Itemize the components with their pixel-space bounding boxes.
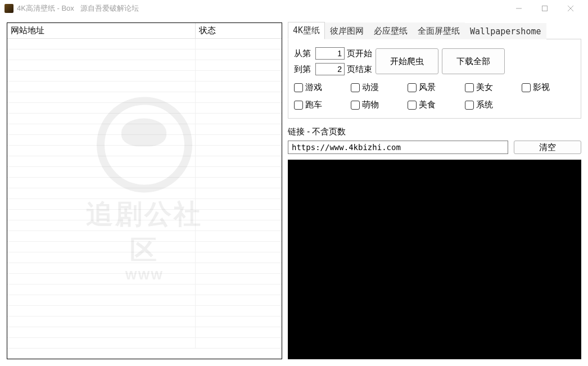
table-row[interactable] — [7, 199, 282, 210]
table-row[interactable] — [7, 135, 282, 146]
tab-4k[interactable]: 4K壁纸 — [288, 22, 325, 39]
check-beauty[interactable]: 美女 — [465, 82, 518, 93]
from-page-input[interactable] — [315, 47, 345, 60]
tab-bian[interactable]: 彼岸图网 — [325, 22, 369, 39]
table-row[interactable] — [7, 114, 282, 124]
check-anime[interactable]: 动漫 — [351, 82, 404, 93]
table-row[interactable] — [7, 284, 282, 295]
table-row[interactable] — [7, 274, 282, 284]
url-input[interactable] — [288, 141, 508, 154]
table-row[interactable] — [7, 220, 282, 231]
window-controls — [506, 0, 584, 17]
table-row[interactable] — [7, 71, 282, 82]
check-car[interactable]: 跑车 — [294, 100, 347, 110]
checkbox-game[interactable] — [294, 83, 303, 92]
table-row[interactable] — [7, 327, 282, 338]
table-row[interactable] — [7, 156, 282, 167]
maximize-button[interactable] — [532, 0, 558, 17]
table-header: 网站地址 状态 — [7, 23, 282, 39]
table-row[interactable] — [7, 39, 282, 49]
from-suffix: 页开始 — [347, 48, 372, 59]
tab-bar: 4K壁纸 彼岸图网 必应壁纸 全面屏壁纸 Wallpapershome — [288, 22, 581, 39]
table-row[interactable] — [7, 317, 282, 327]
checkbox-movie[interactable] — [522, 83, 531, 92]
checkbox-beauty[interactable] — [465, 83, 474, 92]
tab-bing[interactable]: 必应壁纸 — [369, 22, 413, 39]
page-range-row: 从第 页开始 到第 页结束 开始爬虫 下载全部 — [294, 47, 575, 75]
checkbox-food[interactable] — [408, 101, 417, 110]
svg-rect-1 — [542, 6, 548, 11]
table-row[interactable] — [7, 306, 282, 317]
from-label: 从第 — [294, 48, 313, 59]
tab-wallpapershome[interactable]: Wallpapershome — [465, 23, 546, 39]
tab-content: 从第 页开始 到第 页结束 开始爬虫 下载全部 游戏 动漫 风景 — [288, 39, 581, 119]
table-row[interactable] — [7, 146, 282, 156]
table-row[interactable] — [7, 92, 282, 103]
check-system[interactable]: 系统 — [465, 100, 518, 110]
titlebar: 4K高清壁纸 - Box 源自吾爱破解论坛 — [0, 0, 588, 17]
category-checks: 游戏 动漫 风景 美女 影视 跑车 萌物 美食 系统 — [294, 82, 575, 110]
close-button[interactable] — [558, 0, 584, 17]
check-game[interactable]: 游戏 — [294, 82, 347, 93]
checkbox-car[interactable] — [294, 101, 303, 110]
table-row[interactable] — [7, 338, 282, 349]
to-suffix: 页结束 — [347, 64, 372, 75]
checkbox-system[interactable] — [465, 101, 474, 110]
clear-button[interactable]: 清空 — [514, 141, 581, 154]
check-scenery[interactable]: 风景 — [408, 82, 461, 93]
check-food[interactable]: 美食 — [408, 100, 461, 110]
table-row[interactable] — [7, 242, 282, 252]
preview-panel — [288, 160, 581, 359]
column-status[interactable]: 状态 — [196, 23, 282, 38]
url-table[interactable]: 网站地址 状态 追剧公社区 WWW // generate blank rows… — [7, 22, 282, 359]
checkbox-anime[interactable] — [351, 83, 360, 92]
table-body[interactable]: 追剧公社区 WWW // generate blank rows for vis… — [7, 39, 282, 359]
link-section: 链接 - 不含页数 清空 — [288, 126, 581, 154]
window-title: 4K高清壁纸 - Box 源自吾爱破解论坛 — [17, 3, 139, 13]
to-page-input[interactable] — [315, 63, 345, 75]
check-cute[interactable]: 萌物 — [351, 100, 404, 110]
table-row[interactable] — [7, 167, 282, 178]
table-row[interactable] — [7, 231, 282, 242]
table-row[interactable] — [7, 82, 282, 92]
column-url[interactable]: 网站地址 — [7, 23, 196, 38]
table-row[interactable] — [7, 263, 282, 274]
table-row[interactable] — [7, 49, 282, 60]
app-icon — [4, 4, 13, 13]
right-panel: 4K壁纸 彼岸图网 必应壁纸 全面屏壁纸 Wallpapershome 从第 页… — [288, 22, 581, 359]
to-label: 到第 — [294, 64, 313, 75]
table-row[interactable] — [7, 103, 282, 114]
content-area: 网站地址 状态 追剧公社区 WWW // generate blank rows… — [0, 17, 588, 366]
start-crawl-button[interactable]: 开始爬虫 — [376, 48, 438, 74]
download-all-button[interactable]: 下载全部 — [442, 48, 505, 74]
link-label: 链接 - 不含页数 — [288, 126, 581, 137]
table-row[interactable] — [7, 124, 282, 135]
checkbox-cute[interactable] — [351, 101, 360, 110]
check-movie[interactable]: 影视 — [522, 82, 575, 93]
minimize-button[interactable] — [506, 0, 532, 17]
table-row[interactable] — [7, 252, 282, 263]
table-row[interactable] — [7, 60, 282, 71]
table-row[interactable] — [7, 178, 282, 188]
table-row[interactable] — [7, 210, 282, 220]
tab-fullscreen[interactable]: 全面屏壁纸 — [413, 22, 465, 39]
table-row[interactable] — [7, 295, 282, 306]
checkbox-scenery[interactable] — [408, 83, 417, 92]
table-row[interactable] — [7, 188, 282, 199]
